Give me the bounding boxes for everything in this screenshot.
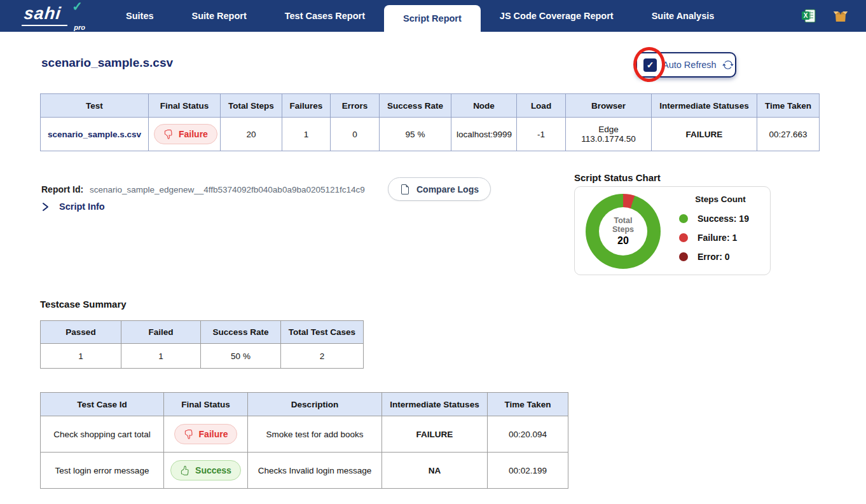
tab-script-report[interactable]: Script Report (384, 5, 481, 32)
script-status-chart-card: Total Steps 20 Steps Count Success: 19 F… (574, 186, 771, 275)
testcase-summary-table: Passed Failed Success Rate Total Test Ca… (40, 320, 364, 369)
tab-suite-analysis[interactable]: Suite Analysis (633, 0, 734, 32)
script-info-label: Script Info (59, 201, 105, 212)
steps-donut-chart: Total Steps 20 (586, 194, 661, 269)
script-report-table: Test Final Status Total Steps Failures E… (40, 93, 820, 151)
script-table-row: scenario_sample.s.csv Failure 20 1 0 95 … (41, 118, 820, 151)
legend-item-failure: Failure: 1 (679, 233, 767, 243)
cell-intermediate-statuses: FAILURE (652, 118, 757, 151)
refresh-icon[interactable] (722, 59, 734, 71)
auto-refresh-label: Auto Refresh (663, 60, 717, 70)
cell-total-steps: 20 (221, 118, 282, 151)
top-navbar: sahi ✓ pro Suites Suite Report Test Case… (0, 0, 866, 32)
column-header-failed: Failed (121, 321, 201, 344)
thumbs-down-icon (163, 130, 173, 139)
excel-export-icon[interactable]: X (801, 8, 816, 24)
cell-failures: 1 (282, 118, 331, 151)
svg-text:X: X (804, 12, 808, 19)
logo-subtext: pro (74, 24, 85, 31)
nav-action-icons: X (801, 8, 848, 24)
test-cases-table: Test Case Id Final Status Description In… (40, 392, 568, 489)
compare-logs-button[interactable]: Compare Logs (388, 177, 491, 201)
cell-tc-intermediate: FAILURE (382, 416, 488, 453)
donut-center: Total Steps 20 (599, 207, 647, 255)
logo-checkmark-icon: ✓ (72, 0, 83, 14)
tab-js-code-coverage-report[interactable]: JS Code Coverage Report (481, 0, 633, 32)
legend-item-success: Success: 19 (679, 214, 767, 224)
cell-success-rate: 95 % (380, 118, 451, 151)
nav-tabs: Suites Suite Report Test Cases Report Sc… (107, 0, 733, 32)
column-header-tc-final-status: Final Status (164, 393, 248, 416)
legend-label-error: Error: 0 (698, 252, 730, 262)
cell-tc-time-taken: 00:02.199 (488, 453, 568, 489)
script-status-chart-title: Script Status Chart (574, 172, 661, 183)
script-info-expander[interactable]: Script Info (41, 201, 105, 212)
column-header-description: Description (248, 393, 382, 416)
cell-description: Checks Invalid login message (248, 453, 382, 489)
status-badge-label: Failure (179, 129, 208, 139)
document-icon (400, 184, 410, 194)
thumbs-down-icon (184, 430, 193, 439)
status-badge-label: Success (195, 465, 231, 475)
legend-item-error: Error: 0 (679, 252, 767, 262)
success-dot-icon (679, 214, 688, 223)
donut-center-label: Total Steps (605, 216, 641, 235)
auto-refresh-control[interactable]: ✓ Auto Refresh (636, 52, 736, 78)
tab-suites[interactable]: Suites (107, 0, 173, 32)
auto-refresh-checkbox[interactable]: ✓ (643, 58, 657, 72)
chevron-right-icon (41, 202, 50, 212)
column-header-browser: Browser (566, 94, 652, 118)
test-case-row: Check shopping cart total Failure Smoke … (41, 416, 568, 453)
status-badge-label: Failure (199, 429, 228, 439)
tab-test-cases-report[interactable]: Test Cases Report (266, 0, 384, 32)
sahi-pro-logo[interactable]: sahi ✓ pro (15, 0, 97, 32)
cell-passed: 1 (41, 344, 121, 369)
column-header-tc-time-taken: Time Taken (488, 393, 568, 416)
cell-tc-time-taken: 00:20.094 (488, 416, 568, 453)
status-badge-success: Success (170, 460, 241, 480)
column-header-summary-success-rate: Success Rate (201, 321, 281, 344)
column-header-test-case-id: Test Case Id (41, 393, 164, 416)
summary-header-row: Passed Failed Success Rate Total Test Ca… (41, 321, 364, 344)
report-id-line: Report Id: scenario_sample_edgenew__4ffb… (41, 184, 365, 194)
column-header-passed: Passed (41, 321, 121, 344)
script-table-header-row: Test Final Status Total Steps Failures E… (41, 94, 820, 118)
chart-legend: Steps Count Success: 19 Failure: 1 Error… (674, 194, 767, 271)
column-header-node: Node (451, 94, 517, 118)
status-badge-failure: Failure (154, 124, 217, 144)
cell-summary-success-rate: 50 % (201, 344, 281, 369)
column-header-test: Test (41, 94, 149, 118)
test-cases-header-row: Test Case Id Final Status Description In… (41, 393, 568, 416)
column-header-tc-intermediate-statuses: Intermediate Statuses (382, 393, 488, 416)
compare-logs-label: Compare Logs (416, 184, 479, 194)
logo-text: sahi (23, 4, 62, 24)
cell-description: Smoke test for add books (248, 416, 382, 453)
report-id-value: scenario_sample_edgenew__4ffb5374092fb04… (90, 185, 365, 194)
cell-browser: Edge 113.0.1774.50 (566, 118, 652, 151)
column-header-failures: Failures (282, 94, 331, 118)
cell-total-test-cases: 2 (281, 344, 364, 369)
cell-time-taken: 00:27.663 (757, 118, 820, 151)
cell-node: localhost:9999 (451, 118, 517, 151)
column-header-time-taken: Time Taken (757, 94, 820, 118)
status-badge-failure: Failure (174, 424, 238, 444)
cell-load: -1 (517, 118, 566, 151)
error-dot-icon (679, 252, 688, 261)
failure-dot-icon (679, 233, 688, 242)
cell-test-case-id: Test login error message (41, 453, 164, 489)
thumbs-up-icon (180, 466, 189, 475)
testcase-summary-title: Testcase Summary (40, 299, 127, 310)
column-header-intermediate-statuses: Intermediate Statuses (652, 94, 757, 118)
script-link[interactable]: scenario_sample.s.csv (48, 130, 141, 139)
archive-box-icon[interactable] (833, 8, 848, 24)
column-header-success-rate: Success Rate (380, 94, 451, 118)
test-case-row: Test login error message Success Checks … (41, 453, 568, 489)
column-header-load: Load (517, 94, 566, 118)
logo-underline (22, 25, 67, 26)
summary-row: 1 1 50 % 2 (41, 344, 364, 369)
column-header-total-steps: Total Steps (221, 94, 282, 118)
column-header-errors: Errors (331, 94, 380, 118)
tab-suite-report[interactable]: Suite Report (173, 0, 266, 32)
cell-errors: 0 (331, 118, 380, 151)
page-title: scenario_sample.s.csv (41, 56, 173, 70)
